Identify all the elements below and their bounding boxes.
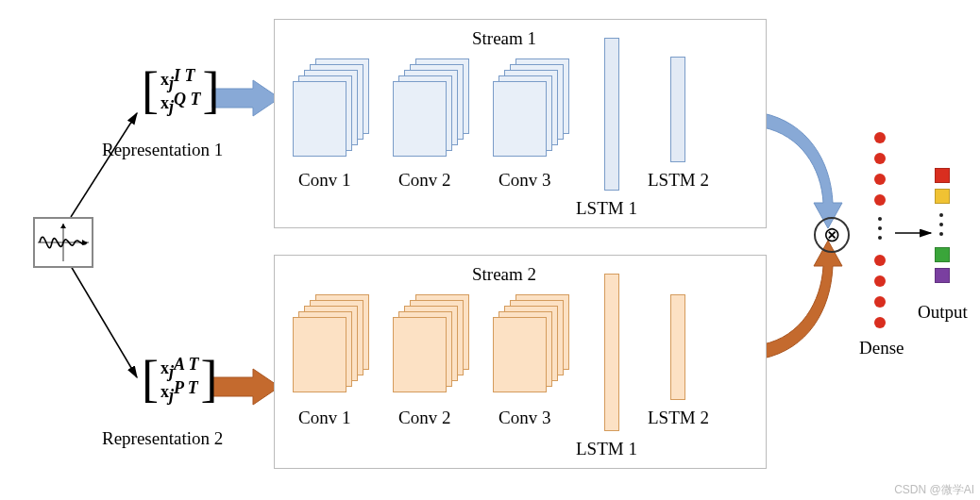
stream1-conv3-label: Conv 3 (498, 170, 550, 191)
merge-node-icon: ⊗ (814, 217, 850, 253)
stream1-lstm1-bar (604, 38, 619, 191)
output-label: Output (918, 302, 968, 323)
stream1-lstm2-bar (670, 57, 685, 162)
stream1-conv2-stack (393, 58, 464, 162)
arrow-into-stream2 (212, 369, 279, 405)
repr2-matrix: [ xjA T xjP T ] (142, 357, 218, 404)
stream2-conv2-label: Conv 2 (398, 408, 450, 428)
stream2-conv3-stack (493, 294, 564, 398)
watermark: CSDN @微学AI (894, 482, 974, 498)
stream2-conv1-stack (293, 294, 363, 398)
input-signal-icon (33, 217, 93, 268)
merge-symbol: ⊗ (823, 223, 840, 247)
repr2-label: Representation 2 (102, 428, 223, 449)
stream1-conv3-stack (493, 58, 564, 162)
dense-layer-icon (874, 132, 893, 340)
arrow-into-stream1 (212, 80, 279, 116)
svg-marker-6 (60, 224, 66, 228)
repr1-matrix: [ xjI T xjQ T ] (142, 68, 219, 115)
stream2-conv1-label: Conv 1 (298, 408, 350, 428)
dense-label: Dense (859, 338, 904, 358)
stream2-lstm2-label: LSTM 2 (648, 408, 709, 428)
output-layer-icon (935, 168, 954, 309)
stream1-conv1-label: Conv 1 (298, 170, 350, 191)
repr1-label: Representation 1 (102, 140, 223, 160)
stream1-conv1-stack (293, 58, 363, 162)
stream2-lstm1-label: LSTM 1 (576, 439, 637, 459)
stream2-lstm1-bar (604, 274, 619, 431)
stream2-title: Stream 2 (472, 264, 536, 285)
svg-line-1 (71, 266, 137, 377)
stream1-conv2-label: Conv 2 (398, 170, 450, 191)
stream1-title: Stream 1 (472, 28, 536, 49)
svg-line-0 (71, 113, 137, 217)
stream2-conv3-label: Conv 3 (498, 408, 550, 428)
stream1-lstm2-label: LSTM 2 (648, 170, 709, 191)
arrow-stream2-to-merge (763, 241, 842, 358)
stream2-conv2-stack (393, 294, 464, 398)
arrow-stream1-to-merge (763, 113, 842, 228)
stream1-lstm1-label: LSTM 1 (576, 198, 637, 219)
stream2-lstm2-bar (670, 294, 685, 400)
